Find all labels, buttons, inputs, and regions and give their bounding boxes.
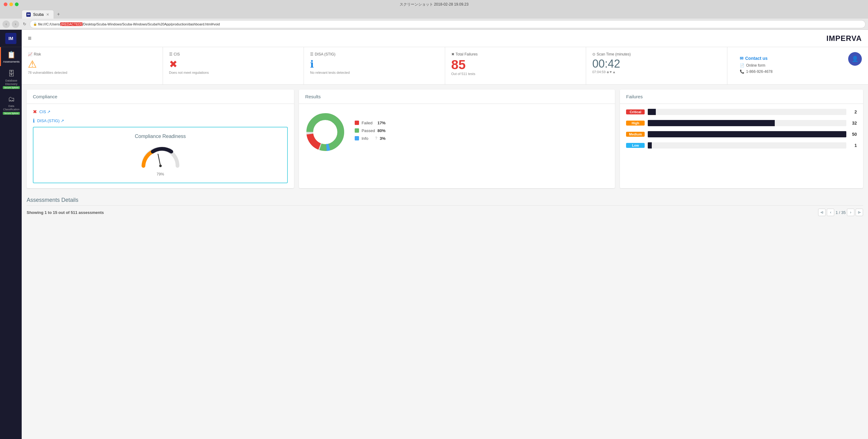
assessment-sub: Showing 1 to 15 out of 511 assessments ⊲… xyxy=(27,209,863,216)
low-bar xyxy=(648,142,652,148)
failure-critical: Critical 2 xyxy=(626,109,857,115)
refresh-button[interactable]: ↻ xyxy=(21,21,28,28)
brand-name: IMPERVA xyxy=(827,34,862,43)
logo-icon: IM xyxy=(5,33,17,44)
donut-chart xyxy=(305,112,345,152)
first-page-button[interactable]: ⊲ xyxy=(818,209,826,216)
high-bar-container xyxy=(648,120,846,126)
cis-icon: ☰ xyxy=(169,52,173,56)
phone-link[interactable]: 📞 1-866-926-4678 xyxy=(740,69,783,74)
passed-label: Passed xyxy=(362,128,375,133)
sidebar-item-dc-label: Data Classification xyxy=(2,105,21,111)
results-panel-header: Results xyxy=(299,90,615,104)
failed-label: Failed xyxy=(362,121,375,125)
failure-medium: Medium 50 xyxy=(626,131,857,137)
sidebar-item-db-label: Database Discovery xyxy=(2,79,21,86)
sidebar-item-database-discovery[interactable]: 🗄 Database Discovery Secure Sphere xyxy=(0,66,22,92)
next-page-button[interactable]: › xyxy=(847,209,855,216)
document-icon: 📄 xyxy=(740,63,744,67)
top-nav: ≡ IMPERVA xyxy=(22,30,868,47)
pagination: ⊲ ‹ 1 / 35 › ⊳ xyxy=(818,209,863,216)
failure-low: Low 1 xyxy=(626,142,857,148)
failure-high: High 32 xyxy=(626,120,857,126)
medium-count: 50 xyxy=(849,132,857,137)
back-button[interactable]: ‹ xyxy=(2,21,10,28)
passed-pct: 80% xyxy=(378,128,386,133)
medium-bar-container xyxy=(648,131,846,137)
last-page-button[interactable]: ⊳ xyxy=(856,209,863,216)
contact-us-header: ✉ Contact us xyxy=(740,56,783,61)
stats-bar: 📈 Risk ⚠ 78 vulnerabilities detected ☰ C… xyxy=(22,47,868,85)
gauge-chart xyxy=(139,144,182,169)
disa-icon: ☰ xyxy=(310,52,313,56)
sidebar-item-label: Assessments xyxy=(3,60,20,63)
maximize-window-button[interactable] xyxy=(15,2,19,6)
critical-badge: Critical xyxy=(626,110,645,114)
disa-link[interactable]: DISA (STIG) ↗ xyxy=(37,118,64,123)
prev-page-button[interactable]: ‹ xyxy=(827,209,834,216)
medium-bar xyxy=(648,131,846,137)
online-form-link[interactable]: 📄 Online form xyxy=(740,63,783,67)
passed-dot xyxy=(355,128,359,133)
address-text: file:///C:/Users/[REDACTED]/Desktop/Scub… xyxy=(38,22,220,26)
forward-button[interactable]: › xyxy=(12,21,19,28)
cis-link[interactable]: CIS ↗ xyxy=(39,110,51,114)
low-bar-container xyxy=(648,142,846,148)
stat-disa: ☰ DISA (STIG) ℹ No relevant tests detect… xyxy=(304,47,445,84)
info-label: Info xyxy=(362,136,373,141)
results-panel-body: Failed 17% Passed 80% Info xyxy=(299,104,615,160)
address-bar[interactable]: 🔒 file:///C:/Users/[REDACTED]/Desktop/Sc… xyxy=(30,20,866,28)
high-bar xyxy=(648,120,775,126)
legend-failed: Failed 17% xyxy=(355,121,385,125)
sidebar-item-data-classification[interactable]: 🗂 Data Classification Secure Sphere xyxy=(0,91,22,117)
disa-info-badge: ℹ xyxy=(33,118,35,124)
browser-tab[interactable]: IM Scuba ✕ xyxy=(22,10,54,19)
stat-risk: 📈 Risk ⚠ 78 vulnerabilities detected xyxy=(22,47,163,84)
stat-scan-time: ⊙ Scan Time (minutes) 00:42 07:04:59 ◈▼▲ xyxy=(586,47,727,84)
tabs-bar: IM Scuba ✕ + xyxy=(0,9,868,19)
high-badge: High xyxy=(626,121,645,125)
hamburger-menu[interactable]: ≡ xyxy=(28,35,32,42)
sidebar-item-assessments[interactable]: 📋 Assessments xyxy=(0,47,22,66)
data-classification-icon: 🗂 xyxy=(8,95,15,103)
compliance-disa-item[interactable]: ℹ DISA (STIG) ↗ xyxy=(33,118,288,124)
browser-chrome: スクリーンショット 2018-02-28 19.09.23 IM Scuba ✕… xyxy=(0,0,868,30)
cis-error-icon: ✖ xyxy=(169,58,298,70)
low-badge: Low xyxy=(626,143,645,148)
envelope-icon: ✉ xyxy=(740,56,743,61)
results-legend: Failed 17% Passed 80% Info xyxy=(355,121,385,144)
failures-panel-body: Critical 2 High 32 Medium xyxy=(620,104,863,158)
compliance-cis-item[interactable]: ✖ CIS ↗ xyxy=(33,109,288,115)
stat-failures-label: ✖ Total Failures xyxy=(451,52,580,56)
database-discovery-badge: Secure Sphere xyxy=(3,86,20,89)
new-tab-button[interactable]: + xyxy=(54,10,63,19)
info-dot xyxy=(355,136,359,141)
compliance-panel: Compliance ✖ CIS ↗ ℹ DISA (STIG) ↗ Compl… xyxy=(27,90,294,188)
window-title: スクリーンショット 2018-02-28 19.09.23 xyxy=(400,2,469,7)
assessment-details-header: Assessments Details xyxy=(27,193,863,205)
user-avatar[interactable]: 👤 xyxy=(848,52,862,66)
assessment-section: Assessments Details Showing 1 to 15 out … xyxy=(22,193,868,224)
assessments-icon: 📋 xyxy=(7,51,16,59)
compliance-panel-header: Compliance xyxy=(27,90,294,104)
minimize-window-button[interactable] xyxy=(9,2,13,6)
tab-favicon: IM xyxy=(26,12,31,17)
medium-badge: Medium xyxy=(626,132,645,137)
close-window-button[interactable] xyxy=(4,2,7,6)
failed-pct: 17% xyxy=(378,121,386,125)
window-controls xyxy=(4,2,19,6)
scan-time-value: 00:42 xyxy=(592,58,721,69)
risk-sub: 78 vulnerabilities detected xyxy=(28,71,156,75)
cis-error-badge: ✖ xyxy=(33,109,37,115)
sidebar-logo: IM xyxy=(0,30,22,47)
high-count: 32 xyxy=(849,121,857,125)
compliance-readiness-box: Compliance Readiness xyxy=(33,127,288,183)
address-lock-icon: 🔒 xyxy=(33,22,37,26)
tab-close-button[interactable]: ✕ xyxy=(46,12,49,17)
info-help-icon[interactable]: ? xyxy=(375,136,377,141)
stat-disa-label: ☰ DISA (STIG) xyxy=(310,52,439,56)
critical-count: 2 xyxy=(849,110,857,114)
stat-scan-label: ⊙ Scan Time (minutes) xyxy=(592,52,721,56)
critical-bar xyxy=(648,109,656,115)
contact-section: ✉ Contact us 📄 Online form 📞 1-866-926-4… xyxy=(734,52,789,79)
